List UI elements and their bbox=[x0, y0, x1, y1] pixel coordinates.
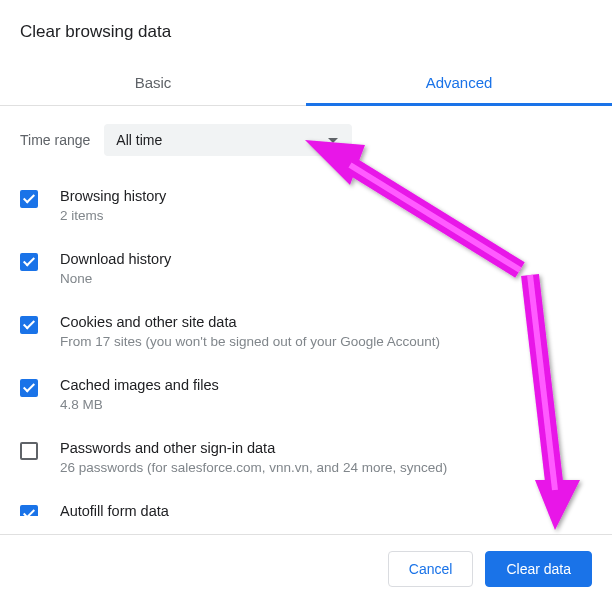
time-range-row: Time range All time bbox=[0, 106, 612, 178]
option-browsing-history: Browsing history 2 items bbox=[20, 178, 592, 241]
option-title: Passwords and other sign-in data bbox=[60, 440, 592, 456]
time-range-select[interactable]: All time bbox=[104, 124, 352, 156]
option-sub: From 17 sites (you won't be signed out o… bbox=[60, 334, 592, 349]
option-download-history: Download history None bbox=[20, 241, 592, 304]
option-autofill: Autofill form data bbox=[20, 493, 592, 516]
checkbox-download-history[interactable] bbox=[20, 253, 38, 271]
checkbox-cache[interactable] bbox=[20, 379, 38, 397]
option-sub: 4.8 MB bbox=[60, 397, 592, 412]
checkbox-cookies[interactable] bbox=[20, 316, 38, 334]
tab-basic[interactable]: Basic bbox=[0, 60, 306, 105]
tabs-container: Basic Advanced bbox=[0, 60, 612, 106]
option-cache: Cached images and files 4.8 MB bbox=[20, 367, 592, 430]
tab-advanced[interactable]: Advanced bbox=[306, 60, 612, 105]
time-range-value: All time bbox=[116, 132, 162, 148]
option-sub: 2 items bbox=[60, 208, 592, 223]
cancel-button[interactable]: Cancel bbox=[388, 551, 474, 587]
checkbox-passwords[interactable] bbox=[20, 442, 38, 460]
option-title: Browsing history bbox=[60, 188, 592, 204]
option-title: Download history bbox=[60, 251, 592, 267]
option-sub: None bbox=[60, 271, 592, 286]
option-title: Autofill form data bbox=[60, 503, 592, 516]
time-range-label: Time range bbox=[20, 132, 90, 148]
option-cookies: Cookies and other site data From 17 site… bbox=[20, 304, 592, 367]
chevron-down-icon bbox=[328, 138, 338, 143]
option-passwords: Passwords and other sign-in data 26 pass… bbox=[20, 430, 592, 493]
checkbox-autofill[interactable] bbox=[20, 505, 38, 516]
options-list: Browsing history 2 items Download histor… bbox=[0, 178, 612, 516]
dialog-title: Clear browsing data bbox=[0, 0, 612, 60]
option-title: Cached images and files bbox=[60, 377, 592, 393]
checkbox-browsing-history[interactable] bbox=[20, 190, 38, 208]
dialog-footer: Cancel Clear data bbox=[0, 534, 612, 603]
option-title: Cookies and other site data bbox=[60, 314, 592, 330]
clear-data-button[interactable]: Clear data bbox=[485, 551, 592, 587]
option-sub: 26 passwords (for salesforce.com, vnn.vn… bbox=[60, 460, 592, 475]
content-area: Time range All time Browsing history 2 i… bbox=[0, 106, 612, 516]
